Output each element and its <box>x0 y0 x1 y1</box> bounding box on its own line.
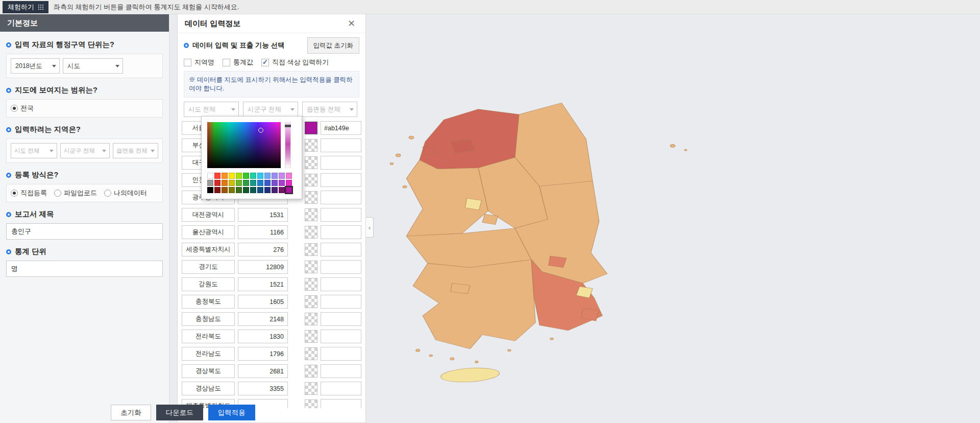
map-region-gwangju[interactable] <box>451 283 470 294</box>
region-value-input[interactable] <box>238 260 288 274</box>
panel-collapse-handle[interactable]: ‹ <box>366 217 374 238</box>
palette-swatch[interactable] <box>243 180 249 186</box>
palette-swatch[interactable] <box>236 173 242 179</box>
region-value-input[interactable] <box>238 277 288 291</box>
palette-swatch[interactable] <box>250 180 256 186</box>
sigungu-select[interactable]: 시군구 전체 <box>60 143 110 158</box>
color-swatch[interactable] <box>305 278 317 291</box>
panel-dong-select[interactable]: 읍면동 전체 <box>302 102 357 117</box>
year-select[interactable]: 2018년도 <box>11 58 60 74</box>
color-hex-input[interactable] <box>321 138 361 152</box>
extent-option-nationwide[interactable]: 전국 <box>11 104 34 113</box>
report-title-input[interactable] <box>6 223 163 240</box>
palette-swatch[interactable] <box>264 187 271 193</box>
color-hex-input[interactable] <box>321 347 361 361</box>
map-region-jeonnam[interactable] <box>413 260 535 348</box>
color-swatch[interactable] <box>305 226 317 239</box>
color-swatch[interactable] <box>305 191 317 204</box>
palette-swatch[interactable] <box>279 180 285 186</box>
color-hex-input[interactable] <box>321 225 361 239</box>
color-swatch[interactable] <box>305 243 317 256</box>
color-swatch[interactable] <box>305 261 317 273</box>
map-region-sejong[interactable] <box>465 198 481 210</box>
close-icon[interactable]: ✕ <box>345 18 358 29</box>
palette-swatch[interactable] <box>236 187 242 193</box>
region-name-input[interactable] <box>182 295 235 309</box>
palette-swatch[interactable] <box>222 173 228 179</box>
palette-swatch[interactable] <box>257 187 263 193</box>
region-value-input[interactable] <box>238 312 288 326</box>
region-name-input[interactable] <box>182 277 235 291</box>
region-value-input[interactable] <box>238 208 288 222</box>
sv-cursor[interactable] <box>258 128 263 133</box>
palette-swatch[interactable] <box>243 173 249 179</box>
color-hex-input[interactable] <box>321 364 361 378</box>
checkbox-stat-value[interactable]: 통계값 <box>223 58 253 67</box>
method-direct-option[interactable]: 직접등록 <box>11 189 47 198</box>
palette-swatch[interactable] <box>279 187 285 193</box>
palette-swatch[interactable] <box>257 180 263 186</box>
region-name-input[interactable] <box>182 382 235 395</box>
color-hex-input[interactable] <box>321 260 361 274</box>
sido-select[interactable]: 시도 전체 <box>11 143 57 158</box>
color-swatch[interactable] <box>305 208 317 221</box>
hue-slider-handle[interactable] <box>285 125 291 127</box>
region-value-input[interactable] <box>238 330 288 343</box>
region-value-input[interactable] <box>238 295 288 309</box>
palette-swatch[interactable] <box>272 187 278 193</box>
color-swatch[interactable] <box>305 347 317 360</box>
color-swatch[interactable] <box>305 295 317 308</box>
color-hex-input[interactable] <box>321 277 361 291</box>
palette-swatch[interactable] <box>286 180 292 186</box>
region-name-input[interactable] <box>182 208 235 222</box>
color-swatch[interactable] <box>305 174 317 186</box>
download-button[interactable]: 다운로드 <box>156 405 203 420</box>
region-name-input[interactable] <box>182 330 235 343</box>
palette-swatch[interactable] <box>214 173 220 179</box>
palette-swatch[interactable] <box>272 173 278 179</box>
checkbox-stat-value-box[interactable] <box>223 59 230 66</box>
palette-swatch[interactable] <box>207 187 213 193</box>
palette-swatch[interactable] <box>236 180 242 186</box>
radio-mydata[interactable] <box>104 190 111 197</box>
palette-swatch[interactable] <box>250 173 256 179</box>
color-hex-input[interactable] <box>321 208 361 222</box>
map-region-daejeon[interactable] <box>482 214 498 225</box>
map-region-gyeonggi[interactable] <box>420 109 519 169</box>
region-value-input[interactable] <box>238 225 288 239</box>
radio-nationwide[interactable] <box>11 105 18 112</box>
region-value-input[interactable] <box>238 347 288 361</box>
panel-sido-select[interactable]: 시도 전체 <box>184 102 239 117</box>
color-swatch[interactable] <box>305 330 317 343</box>
experience-button[interactable]: 체험하기 <box>3 1 48 13</box>
palette-swatch[interactable] <box>229 173 235 179</box>
region-value-input[interactable] <box>238 243 288 256</box>
color-hex-input[interactable] <box>321 243 361 256</box>
palette-swatch[interactable] <box>279 173 285 179</box>
palette-swatch[interactable] <box>257 173 263 179</box>
region-name-input[interactable] <box>182 347 235 361</box>
radio-direct[interactable] <box>11 190 18 197</box>
palette-swatch[interactable] <box>243 187 249 193</box>
region-name-input[interactable] <box>182 243 235 256</box>
reset-values-button[interactable]: 입력값 초기화 <box>307 37 359 54</box>
checkbox-direct-color-box[interactable] <box>261 59 269 66</box>
region-name-input[interactable] <box>182 225 235 239</box>
region-value-input[interactable] <box>238 364 288 378</box>
radio-upload[interactable] <box>54 190 61 197</box>
panel-sigungu-select[interactable]: 시군구 전체 <box>243 102 298 117</box>
admin-level-select[interactable]: 시도 <box>63 58 123 74</box>
color-swatch[interactable] <box>305 382 317 395</box>
hue-slider[interactable] <box>285 122 291 168</box>
region-name-input[interactable] <box>182 260 235 274</box>
color-hex-input[interactable] <box>321 191 361 204</box>
method-upload-option[interactable]: 파일업로드 <box>54 189 97 198</box>
palette-swatch[interactable] <box>286 173 292 179</box>
color-swatch[interactable] <box>305 139 317 152</box>
saturation-value-area[interactable] <box>207 122 281 168</box>
palette-swatch[interactable] <box>272 180 278 186</box>
palette-swatch[interactable] <box>229 187 235 193</box>
map-region-daegu[interactable] <box>549 256 567 268</box>
reset-button[interactable]: 초기화 <box>111 405 151 420</box>
palette-swatch[interactable] <box>229 180 235 186</box>
